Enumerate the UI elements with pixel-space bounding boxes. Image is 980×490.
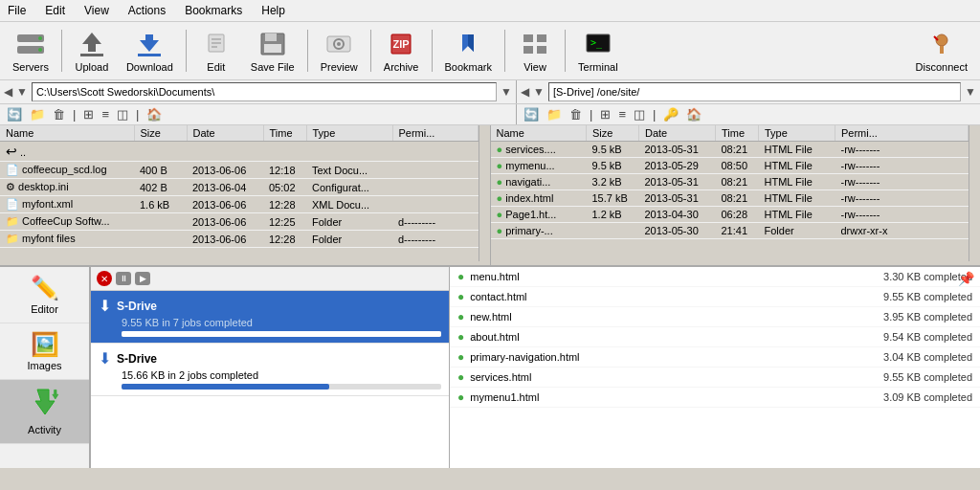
left-tb2-home[interactable]: 🏠	[144, 106, 165, 122]
transfer-next-button[interactable]: ▶	[135, 272, 150, 285]
left-col-time[interactable]: Time	[263, 125, 306, 142]
transfer-stop-button[interactable]: ✕	[97, 271, 112, 286]
transfer-file-icon: ●	[457, 270, 464, 283]
left-path-input[interactable]	[32, 82, 497, 101]
left-table-row[interactable]: ↩ ..	[0, 142, 479, 162]
left-table-row[interactable]: 📁 myfont files2013-06-0612:28Folderd----…	[0, 231, 479, 248]
transfer-progress-fill-0	[122, 331, 441, 337]
transfer-item-1[interactable]: ⬇ S-Drive 15.66 KB in 2 jobs completed	[91, 344, 449, 396]
right-nav-back-icon[interactable]: ◀	[521, 85, 529, 99]
bookmark-button[interactable]: Bookmark	[438, 26, 500, 76]
right-tb2-sync[interactable]: 🔄	[521, 106, 542, 122]
right-tb2-key[interactable]: 🔑	[660, 106, 681, 122]
right-col-permi[interactable]: Permi...	[835, 125, 969, 142]
bottom-area: ✏️ Editor 🖼️ Images Activity ✕ ⏸ ▶ ⬇	[0, 267, 980, 468]
right-path-dropdown-icon[interactable]: ▼	[965, 85, 976, 99]
svg-marker-23	[468, 34, 474, 52]
right-nav-small-icon[interactable]: ▼	[533, 85, 545, 99]
menu-bookmarks[interactable]: Bookmarks	[181, 2, 246, 19]
archive-button[interactable]: ZIP Archive	[377, 26, 426, 76]
transfer-file-row[interactable]: ●about.html9.54 KB completed	[450, 327, 980, 347]
right-col-type[interactable]: Type	[759, 125, 835, 142]
transfer-progress-bg-1	[122, 384, 441, 390]
left-col-size[interactable]: Size	[134, 125, 187, 142]
left-tb2-icon1[interactable]: ⊞	[80, 106, 97, 122]
preview-button[interactable]: Preview	[314, 26, 365, 76]
pin-button[interactable]: 📌	[958, 271, 974, 286]
transfer-file-row[interactable]: ●new.html3.95 KB completed	[450, 307, 980, 327]
upload-button[interactable]: Upload	[68, 26, 116, 76]
right-tb2-home[interactable]: 🏠	[683, 106, 704, 122]
right-path-input[interactable]	[548, 82, 961, 101]
left-col-name[interactable]: Name	[0, 125, 134, 142]
left-nav-back-icon[interactable]: ◀	[4, 85, 12, 99]
menu-edit[interactable]: Edit	[41, 2, 69, 19]
transfer-file-icon: ●	[457, 390, 464, 404]
left-table-row[interactable]: 📄 coffeecup_scd.log400 B2013-06-0612:18T…	[0, 162, 479, 179]
left-scrollbar[interactable]	[479, 125, 490, 261]
left-toolbar2: 🔄 📁 🗑 | ⊞ ≡ ◫ | 🏠	[0, 104, 517, 124]
right-table-row[interactable]: ● services....9.5 kB2013-05-3108:21HTML …	[491, 142, 969, 158]
sidebar-item-activity[interactable]: Activity	[0, 380, 89, 444]
right-path-area: ◀ ▼ ▼	[517, 80, 980, 103]
transfer-file-icon: ●	[457, 370, 464, 384]
right-col-time[interactable]: Time	[716, 125, 759, 142]
left-tb2-icon2[interactable]: ≡	[99, 106, 112, 122]
download-button[interactable]: Download	[120, 26, 180, 76]
right-col-size[interactable]: Size	[587, 125, 639, 142]
transfer-file-row[interactable]: ●services.html9.55 KB completed	[450, 368, 980, 388]
svg-point-19	[337, 42, 341, 46]
sidebar-item-images[interactable]: 🖼️ Images	[0, 323, 89, 380]
svg-marker-33	[35, 390, 55, 414]
menu-file[interactable]: File	[4, 2, 30, 19]
right-table-row[interactable]: ● Page1.ht...1.2 kB2013-04-3006:28HTML F…	[491, 207, 969, 223]
sidebar-item-editor[interactable]: ✏️ Editor	[0, 267, 89, 323]
left-col-type[interactable]: Type	[306, 125, 392, 142]
toolbar-sep-7	[565, 30, 566, 72]
left-tb2-sync[interactable]: 🔄	[4, 106, 25, 122]
toolbar-sep-1	[61, 30, 62, 72]
left-path-dropdown-icon[interactable]: ▼	[501, 85, 512, 99]
right-tb2-icon3[interactable]: ◫	[631, 106, 648, 122]
right-tb2-icon1[interactable]: ⊞	[597, 106, 613, 122]
view-button[interactable]: View	[511, 26, 559, 76]
left-table-row[interactable]: 📄 myfont.xml1.6 kB2013-06-0612:28XML Doc…	[0, 196, 479, 213]
right-tb2-delete[interactable]: 🗑	[567, 106, 585, 122]
disconnect-button[interactable]: Disconnect	[909, 26, 974, 76]
transfer-file-row[interactable]: ●menu.html3.30 KB completed	[450, 267, 980, 287]
left-tb2-delete[interactable]: 🗑	[50, 106, 68, 122]
right-table-row[interactable]: ● primary-...2013-05-3021:41Folderdrwxr-…	[491, 223, 969, 239]
left-col-permi[interactable]: Permi...	[392, 125, 478, 142]
savefile-button[interactable]: Save File	[244, 26, 301, 76]
transfer-pause-button[interactable]: ⏸	[116, 272, 131, 285]
transfer-item-0[interactable]: ⬇ S-Drive 9.55 KB in 7 jobs completed	[91, 291, 449, 344]
transfer-controls: ✕ ⏸ ▶	[91, 267, 449, 291]
right-tb2-icon2[interactable]: ≡	[615, 106, 629, 122]
transfer-arrow-0: ⬇	[99, 297, 111, 315]
left-tb2-icon3[interactable]: ◫	[114, 106, 131, 122]
activity-icon	[28, 388, 62, 422]
menu-actions[interactable]: Actions	[124, 2, 169, 19]
menu-help[interactable]: Help	[257, 2, 289, 19]
terminal-button[interactable]: >_ Terminal	[571, 26, 625, 76]
edit-button[interactable]: Edit	[192, 26, 240, 76]
menu-view[interactable]: View	[80, 2, 113, 19]
left-col-date[interactable]: Date	[187, 125, 263, 142]
transfer-file-row[interactable]: ●contact.html9.55 KB completed	[450, 287, 980, 307]
right-table-row[interactable]: ● mymenu...9.5 kB2013-05-2908:50HTML Fil…	[491, 158, 969, 174]
servers-label: Servers	[12, 61, 49, 73]
archive-label: Archive	[384, 61, 419, 73]
right-col-name[interactable]: Name	[491, 125, 587, 142]
left-nav-small-icon[interactable]: ▼	[16, 85, 28, 99]
right-table-row[interactable]: ● navigati...3.2 kB2013-05-3108:21HTML F…	[491, 174, 969, 190]
right-table-row[interactable]: ● index.html15.7 kB2013-05-3108:21HTML F…	[491, 190, 969, 207]
transfer-file-row[interactable]: ●mymenu1.html3.09 KB completed	[450, 388, 980, 408]
right-tb2-new-folder[interactable]: 📁	[544, 106, 565, 122]
left-tb2-new-folder[interactable]: 📁	[27, 106, 48, 122]
transfer-file-row[interactable]: ●primary-navigation.html3.04 KB complete…	[450, 347, 980, 368]
left-table-row[interactable]: ⚙ desktop.ini402 B2013-06-0405:02Configu…	[0, 179, 479, 196]
right-scrollbar[interactable]	[969, 125, 980, 261]
left-table-row[interactable]: 📁 CoffeeCup Softw...2013-06-0612:25Folde…	[0, 213, 479, 231]
servers-button[interactable]: Servers	[6, 26, 56, 76]
right-col-date[interactable]: Date	[639, 125, 716, 142]
